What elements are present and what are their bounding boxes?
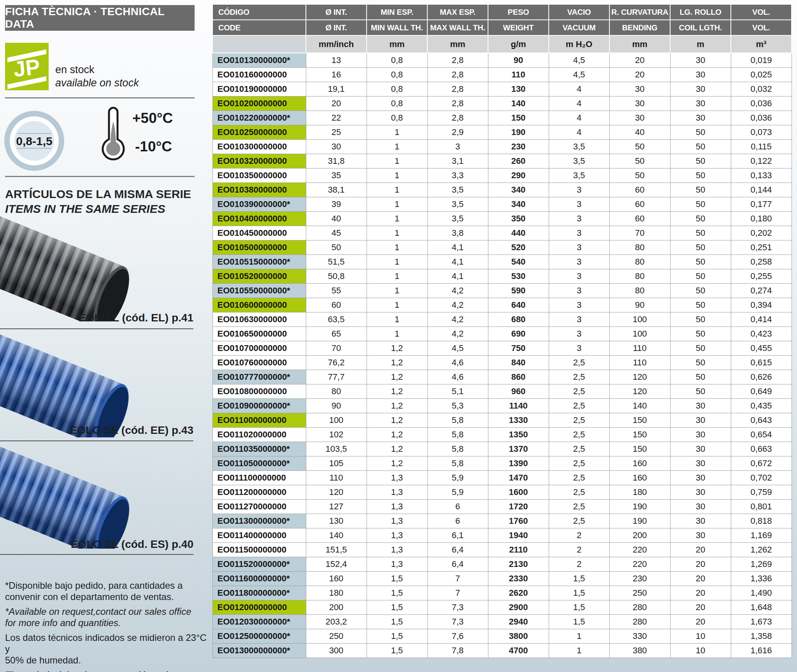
value-cell: 3800 bbox=[488, 629, 549, 644]
value-cell: 110 bbox=[609, 341, 670, 356]
value-cell: 120 bbox=[609, 370, 670, 384]
value-cell: 2,8 bbox=[427, 97, 488, 111]
value-cell: 1,3 bbox=[367, 528, 427, 543]
value-cell: 1,2 bbox=[367, 341, 427, 356]
value-cell: 1 bbox=[367, 140, 427, 154]
value-cell: 160 bbox=[609, 471, 670, 485]
code-cell: EO010700000000 bbox=[212, 341, 306, 356]
table-body: EO010130000000*130,82,8904,520300,019EO0… bbox=[212, 53, 792, 658]
value-cell: 35 bbox=[306, 168, 367, 183]
value-cell: 0,435 bbox=[731, 399, 792, 413]
table-row: EO01032000000031,813,12603,550500,122 bbox=[212, 154, 792, 168]
value-cell: 90 bbox=[488, 53, 549, 68]
value-cell: 1370 bbox=[488, 442, 549, 456]
value-cell: 4 bbox=[549, 82, 609, 97]
value-cell: 1 bbox=[367, 269, 427, 284]
table-row: EO0120000000002001,57,329001,5280201,648 bbox=[212, 600, 792, 615]
series-heading-es: ARTÍCULOS DE LA MISMA SERIE bbox=[5, 187, 191, 202]
value-cell: 6,4 bbox=[427, 543, 488, 557]
stock-line-es: en stock bbox=[55, 63, 139, 76]
value-cell: 1,3 bbox=[367, 557, 427, 572]
table-row: EO010220000000*220,82,8150430300,036 bbox=[212, 111, 792, 125]
table-row: EO01052000000050,814,1530380500,255 bbox=[212, 269, 792, 284]
value-cell: 840 bbox=[488, 356, 549, 370]
value-cell: 220 bbox=[609, 557, 670, 572]
value-cell: 1 bbox=[367, 183, 427, 197]
value-cell: 180 bbox=[609, 485, 670, 500]
value-cell: 2 bbox=[549, 543, 609, 557]
value-cell: 3,8 bbox=[427, 226, 488, 240]
value-cell: 250 bbox=[306, 629, 367, 644]
code-cell: EO011300000000* bbox=[212, 514, 306, 528]
value-cell: 190 bbox=[609, 500, 670, 514]
value-cell: 1,262 bbox=[731, 543, 792, 557]
value-cell: 440 bbox=[488, 226, 549, 240]
value-cell: 30 bbox=[670, 471, 731, 485]
value-cell: 30 bbox=[306, 140, 367, 154]
value-cell: 6,4 bbox=[427, 557, 488, 572]
value-cell: 0,177 bbox=[731, 197, 792, 212]
value-cell: 200 bbox=[306, 600, 367, 615]
value-cell: 30 bbox=[670, 456, 731, 471]
value-cell: 2,8 bbox=[427, 111, 488, 125]
table-row: EO0103500000003513,32903,550500,133 bbox=[212, 168, 792, 183]
table-row: EO0110200000001021,25,813502,5150300,654 bbox=[212, 428, 792, 442]
units-cell: mm bbox=[367, 35, 427, 53]
value-cell: 340 bbox=[488, 183, 549, 197]
value-cell: 1,269 bbox=[731, 557, 792, 572]
value-cell: 20 bbox=[609, 68, 670, 82]
value-cell: 1 bbox=[367, 240, 427, 255]
header-cell: PESO bbox=[488, 4, 549, 20]
value-cell: 2,5 bbox=[549, 485, 609, 500]
value-cell: 1,2 bbox=[367, 413, 427, 428]
hose-image-eolo-se bbox=[0, 333, 174, 437]
value-cell: 0,672 bbox=[731, 456, 792, 471]
code-cell: EO011600000000* bbox=[212, 572, 306, 586]
value-cell: 3,5 bbox=[427, 183, 488, 197]
code-cell: EO011500000000 bbox=[212, 543, 306, 557]
value-cell: 3,5 bbox=[427, 212, 488, 226]
value-cell: 70 bbox=[609, 226, 670, 240]
subheader-cell: VOL. bbox=[731, 20, 792, 35]
hose-label-eolo-se: EOLO SE (cód. EE) p.43 bbox=[0, 424, 193, 437]
value-cell: 1 bbox=[367, 298, 427, 312]
code-cell: EO010220000000* bbox=[212, 111, 306, 125]
value-cell: 3 bbox=[427, 140, 488, 154]
divider bbox=[5, 97, 195, 98]
value-cell: 4700 bbox=[488, 644, 549, 658]
hose-label-eolo-l: EOLO L (cód. EL) p.41 bbox=[0, 312, 193, 324]
value-cell: 3 bbox=[549, 327, 609, 341]
table-row: EO010900000000*901,25,311402,5140300,435 bbox=[212, 399, 792, 413]
value-cell: 1 bbox=[367, 312, 427, 327]
value-cell: 2,5 bbox=[549, 356, 609, 370]
code-cell: EO013000000000* bbox=[212, 644, 306, 658]
value-cell: 51,5 bbox=[306, 255, 367, 269]
header-cell: CÓDIGO bbox=[212, 4, 306, 20]
header-cell: R. CURVATURA bbox=[609, 4, 670, 20]
value-cell: 1,648 bbox=[731, 600, 792, 615]
value-cell: 50 bbox=[609, 168, 670, 183]
value-cell: 50 bbox=[670, 370, 731, 384]
value-cell: 1 bbox=[367, 212, 427, 226]
value-cell: 1,3 bbox=[367, 543, 427, 557]
value-cell: 0,702 bbox=[731, 471, 792, 485]
value-cell: 40 bbox=[306, 212, 367, 226]
value-cell: 2,8 bbox=[427, 82, 488, 97]
value-cell: 90 bbox=[306, 399, 367, 413]
value-cell: 50 bbox=[670, 197, 731, 212]
value-cell: 30 bbox=[670, 514, 731, 528]
value-cell: 80 bbox=[306, 384, 367, 399]
subheader-cell: BENDING bbox=[609, 20, 670, 35]
value-cell: 1,2 bbox=[367, 399, 427, 413]
value-cell: 110 bbox=[306, 471, 367, 485]
table-row: EO0112000000001201,35,916002,5180300,759 bbox=[212, 485, 792, 500]
value-cell: 100 bbox=[609, 312, 670, 327]
value-cell: 25 bbox=[306, 125, 367, 140]
stock-line-en: available on stock bbox=[55, 76, 139, 89]
value-cell: 2,5 bbox=[549, 399, 609, 413]
subheader-cell: Ø INT. bbox=[306, 20, 367, 35]
value-cell: 6 bbox=[427, 514, 488, 528]
table-row: EO01038000000038,113,5340360500,144 bbox=[212, 183, 792, 197]
value-cell: 0,414 bbox=[731, 312, 792, 327]
code-cell: EO011400000000 bbox=[212, 528, 306, 543]
